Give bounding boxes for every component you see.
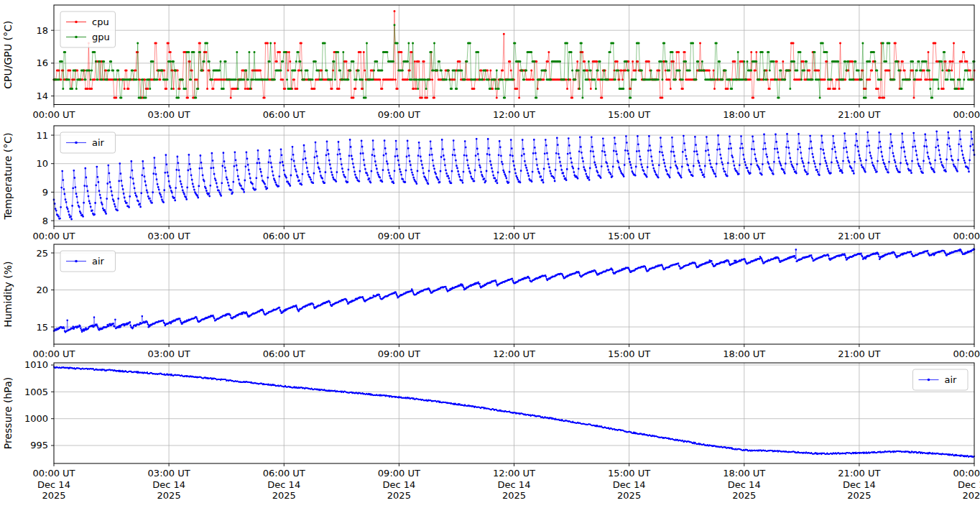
y-tick-label: 995 [30, 440, 48, 451]
x-tick-label: 21:00 UT [838, 468, 880, 479]
y-tick-label: 8 [42, 216, 48, 226]
panel-temperature: 89101100:00 UT03:00 UT06:00 UT09:00 UT12… [2, 126, 980, 241]
x-tick-label: 03:00 UT [148, 468, 190, 479]
x-tick-label: 09:00 UT [378, 109, 420, 120]
x-tick-date-label: 2025 [387, 490, 411, 501]
legend-label: air [945, 374, 958, 385]
legend-label: air [92, 256, 105, 267]
x-tick-label: 12:00 UT [493, 109, 535, 120]
x-tick-date-label: 2025 [962, 490, 980, 501]
x-tick-date-label: Dec 14 [382, 479, 415, 490]
x-tick-label: 06:00 UT [263, 109, 305, 120]
x-tick-label: 21:00 UT [838, 231, 880, 241]
y-tick-label: 20 [36, 285, 48, 295]
x-tick-date-label: 2025 [847, 490, 871, 501]
x-tick-label: 00:00 UT [953, 231, 980, 241]
x-tick-label: 18:00 UT [723, 348, 765, 359]
y-tick-label: 18 [36, 25, 48, 36]
x-tick-label: 09:00 UT [378, 468, 420, 479]
x-tick-label: 06:00 UT [263, 348, 305, 359]
x-tick-date-label: Dec 14 [267, 479, 300, 490]
x-tick-label: 12:00 UT [493, 348, 535, 359]
x-tick-label: 21:00 UT [838, 109, 880, 120]
y-tick-label: 16 [36, 57, 48, 68]
legend: air [60, 132, 116, 153]
x-tick-label: 15:00 UT [608, 109, 650, 120]
x-tick-date-label: Dec 14 [37, 479, 70, 490]
x-tick-date-label: Dec 15 [958, 479, 980, 490]
x-tick-label: 12:00 UT [493, 231, 535, 241]
legend: air [913, 369, 969, 390]
multi-panel-timeseries-figure: 14161800:00 UT03:00 UT06:00 UT09:00 UT12… [0, 0, 980, 508]
x-tick-label: 09:00 UT [378, 231, 420, 241]
y-tick-label: 14 [36, 91, 48, 101]
legend-label: air [92, 137, 105, 148]
y-tick-label: 9 [42, 187, 48, 198]
x-tick-label: 03:00 UT [148, 348, 190, 359]
x-tick-label: 18:00 UT [723, 468, 765, 479]
x-tick-label: 00:00 UT [32, 468, 75, 479]
x-tick-date-label: 2025 [732, 490, 756, 501]
x-tick-date-label: Dec 14 [152, 479, 185, 490]
x-tick-date-label: Dec 14 [498, 479, 531, 490]
y-tick-label: 15 [36, 322, 48, 333]
y-tick-label: 11 [36, 130, 48, 141]
axis-ylabel: Temperature (°C) [2, 133, 14, 221]
x-tick-label: 06:00 UT [263, 231, 305, 241]
legend-label: gpu [92, 32, 110, 42]
x-tick-label: 15:00 UT [608, 348, 650, 359]
x-tick-label: 00:00 UT [953, 348, 980, 359]
x-tick-label: 15:00 UT [608, 231, 650, 241]
x-tick-date-label: 2025 [617, 490, 641, 501]
x-tick-label: 00:00 UT [32, 348, 75, 359]
legend: cpugpu [60, 11, 116, 47]
axis-ylabel: Pressure (hPa) [2, 377, 14, 449]
x-tick-date-label: Dec 14 [613, 479, 646, 490]
x-tick-label: 12:00 UT [493, 468, 535, 479]
x-tick-date-label: 2025 [502, 490, 526, 501]
y-tick-label: 1000 [24, 413, 48, 424]
panel-humidity: 15202500:00 UT03:00 UT06:00 UT09:00 UT12… [2, 244, 980, 359]
y-tick-label: 1005 [24, 387, 48, 397]
legend: air [60, 251, 116, 272]
x-tick-label: 18:00 UT [723, 109, 765, 120]
axis-ylabel: CPU/GPU (°C) [2, 21, 14, 89]
charts-svg: 14161800:00 UT03:00 UT06:00 UT09:00 UT12… [0, 0, 980, 508]
x-tick-label: 00:00 UT [953, 109, 980, 120]
x-tick-date-label: Dec 14 [843, 479, 876, 490]
legend-label: cpu [92, 17, 109, 27]
x-tick-label: 06:00 UT [263, 468, 305, 479]
panel-cpu-gpu: 14161800:00 UT03:00 UT06:00 UT09:00 UT12… [2, 5, 980, 120]
x-tick-label: 15:00 UT [608, 468, 650, 479]
x-tick-label: 03:00 UT [148, 109, 190, 120]
y-tick-label: 25 [36, 248, 48, 259]
x-tick-date-label: 2025 [272, 490, 296, 501]
x-tick-date-label: 2025 [157, 490, 181, 501]
x-tick-label: 09:00 UT [378, 348, 420, 359]
x-tick-label: 00:00 UT [32, 231, 75, 241]
x-tick-label: 00:00 UT [953, 468, 980, 479]
x-tick-label: 00:00 UT [32, 109, 75, 120]
x-tick-label: 03:00 UT [148, 231, 190, 241]
y-tick-label: 1010 [24, 359, 48, 370]
y-tick-label: 10 [36, 158, 48, 169]
x-tick-date-label: Dec 14 [728, 479, 761, 490]
x-tick-date-label: 2025 [42, 490, 65, 501]
panel-pressure: 99510001005101000:00 UTDec 14202503:00 U… [2, 359, 980, 501]
x-tick-label: 21:00 UT [838, 348, 880, 359]
axis-ylabel: Humidity (%) [2, 261, 14, 327]
x-tick-label: 18:00 UT [723, 231, 765, 241]
